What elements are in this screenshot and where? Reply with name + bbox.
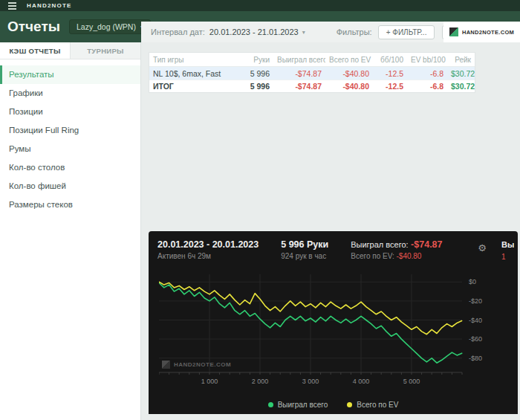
- date-interval-dropdown[interactable]: 20.01.2023 - 21.01.2023 ▾: [209, 28, 305, 36]
- table-header-row: Тип игры Руки Выиграл всего Всего по EV …: [149, 53, 475, 67]
- legend-item-won[interactable]: Выиграл всего: [268, 401, 328, 409]
- cell-bb100: -12.5: [373, 82, 407, 91]
- col-header-ev-total[interactable]: Всего по EV: [325, 56, 373, 64]
- gear-icon[interactable]: ⚙: [478, 243, 487, 253]
- svg-text:-$20: -$20: [469, 297, 482, 305]
- graph-hands-count: 5 996 Руки: [281, 239, 328, 250]
- sidebar-item-results[interactable]: Результаты: [0, 65, 140, 84]
- legend-label-ev: Всего по EV: [357, 401, 398, 409]
- sidebar-item-chip-count[interactable]: Кол-во фишей: [0, 177, 140, 196]
- cell-game-type: NL 10$, 6max, Fast: [149, 69, 235, 78]
- hand2note-logo-text: HAND2NOTE.COM: [462, 29, 514, 36]
- svg-text:5 000: 5 000: [403, 378, 420, 385]
- cell-ev-total: -$40.80: [325, 69, 373, 78]
- hand2note-watermark-text: HAND2NOTE.COM: [174, 361, 231, 368]
- sidebar-item-positions[interactable]: Позиции: [0, 103, 140, 121]
- chart-legend: Выиграл всего Всего по EV: [149, 401, 518, 409]
- clipped-text-bottom: 1: [501, 253, 514, 261]
- svg-text:-$60: -$60: [469, 335, 482, 343]
- col-header-hands[interactable]: Руки: [235, 56, 273, 64]
- col-header-ev-bb100[interactable]: EV bb/100: [407, 56, 447, 64]
- svg-text:-$40: -$40: [469, 317, 482, 324]
- won-total-value: -$74.87: [411, 239, 442, 250]
- account-name: Lazy_dog (WPN): [77, 22, 136, 31]
- sidebar: КЭШ ОТЧЕТЫ ТУРНИРЫ Результаты Графики По…: [0, 42, 141, 420]
- table-row[interactable]: NL 10$, 6max, Fast 5 996 -$74.87 -$40.80…: [149, 67, 475, 80]
- sidebar-item-rooms[interactable]: Румы: [0, 140, 140, 158]
- legend-dot-won-icon: [268, 402, 273, 407]
- legend-label-won: Выиграл всего: [278, 401, 328, 409]
- hand2note-logo-badge: HAND2NOTE.COM: [443, 22, 520, 42]
- chart-svg: $0-$20-$40-$60-$801 0002 0003 0004 0005 …: [159, 274, 501, 392]
- top-menubar: HAND2NOTE: [0, 0, 520, 11]
- hand2note-logo-icon: [449, 28, 458, 36]
- sidebar-item-table-count[interactable]: Кол-во столов: [0, 158, 140, 177]
- cell-hands: 5 996: [235, 82, 273, 91]
- cell-hands: 5 996: [235, 69, 273, 78]
- tab-cash-reports[interactable]: КЭШ ОТЧЕТЫ: [0, 42, 70, 59]
- svg-text:2 000: 2 000: [252, 378, 269, 385]
- legend-dot-ev-icon: [347, 402, 352, 407]
- interval-label: Интервал дат:: [151, 28, 205, 36]
- graph-date-range: 20.01.2023 - 20.01.2023: [157, 239, 259, 250]
- col-header-rake[interactable]: Рейк: [447, 56, 475, 64]
- svg-text:4 000: 4 000: [353, 378, 370, 385]
- svg-text:$0: $0: [469, 278, 476, 285]
- page-title: Отчеты: [7, 19, 60, 35]
- chevron-down-icon: ▾: [302, 29, 305, 36]
- filters-label: Фильтры:: [337, 28, 372, 36]
- cell-game-type: ИТОГ: [149, 82, 235, 91]
- sidebar-item-graphs[interactable]: Графики: [0, 84, 140, 103]
- cell-ev-total: -$40.80: [325, 82, 373, 91]
- svg-text:1 000: 1 000: [201, 378, 218, 385]
- cell-bb100: -12.5: [373, 69, 407, 78]
- chart-watermark: HAND2NOTE.COM: [162, 361, 231, 369]
- sidebar-item-stack-sizes[interactable]: Размеры стеков: [0, 196, 140, 214]
- cell-rake: $30.72: [447, 69, 475, 78]
- graph-active-time: Активен 6ч 29м: [157, 252, 259, 260]
- app-brand-text: HAND2NOTE: [27, 2, 72, 9]
- account-selector[interactable]: Lazy_dog (WPN) ▾: [69, 19, 151, 34]
- sidebar-tabs: КЭШ ОТЧЕТЫ ТУРНИРЫ: [0, 42, 140, 59]
- legend-item-ev[interactable]: Всего по EV: [347, 401, 398, 409]
- graph-hands-per-hour: 924 рук в час: [281, 252, 328, 260]
- graph-hands-block: 5 996 Руки 924 рук в час: [281, 239, 328, 260]
- tab-tournaments[interactable]: ТУРНИРЫ: [70, 42, 140, 59]
- sidebar-nav: Результаты Графики Позиции Позиции Full …: [0, 59, 140, 214]
- sidebar-item-positions-full-ring[interactable]: Позиции Full Ring: [0, 121, 140, 140]
- hand2note-watermark-icon: [162, 361, 170, 369]
- svg-text:-$80: -$80: [469, 355, 482, 362]
- cell-ev-bb100: -6.8: [407, 82, 447, 91]
- col-header-game-type[interactable]: Тип игры: [149, 56, 235, 64]
- date-interval-value: 20.01.2023 - 21.01.2023: [209, 28, 299, 36]
- col-header-won-total[interactable]: Выиграл всего: [273, 56, 325, 64]
- svg-text:3 000: 3 000: [302, 378, 319, 385]
- winnings-chart: $0-$20-$40-$60-$801 0002 0003 0004 0005 …: [159, 274, 501, 395]
- results-table: Тип игры Руки Выиграл всего Всего по EV …: [149, 52, 475, 93]
- cell-ev-bb100: -6.8: [407, 69, 447, 78]
- clipped-stats-column: Вы 1: [501, 240, 514, 261]
- ev-total-value: -$40.80: [397, 252, 422, 260]
- graph-header: 20.01.2023 - 20.01.2023 Активен 6ч 29м 5…: [149, 231, 518, 260]
- graph-date-block: 20.01.2023 - 20.01.2023 Активен 6ч 29м: [157, 239, 259, 260]
- cell-won-total: -$74.87: [273, 69, 325, 78]
- hamburger-menu-icon[interactable]: [8, 2, 16, 10]
- won-total-label: Выиграл всего:: [351, 240, 408, 249]
- ev-total-label: Всего по EV:: [351, 252, 394, 260]
- table-row-total[interactable]: ИТОГ 5 996 -$74.87 -$40.80 -12.5 -6.8 $3…: [149, 80, 475, 92]
- clipped-text-top: Вы: [501, 240, 514, 249]
- graph-results-block: Выиграл всего: -$74.87 Всего по EV: -$40…: [351, 239, 442, 260]
- graph-panel: 20.01.2023 - 20.01.2023 Активен 6ч 29м 5…: [149, 231, 518, 414]
- add-filter-button[interactable]: + ФИЛЬТР...: [378, 25, 435, 39]
- col-header-bb100[interactable]: бб/100: [373, 56, 407, 64]
- cell-won-total: -$74.87: [273, 82, 325, 91]
- cell-rake: $30.72: [447, 82, 475, 91]
